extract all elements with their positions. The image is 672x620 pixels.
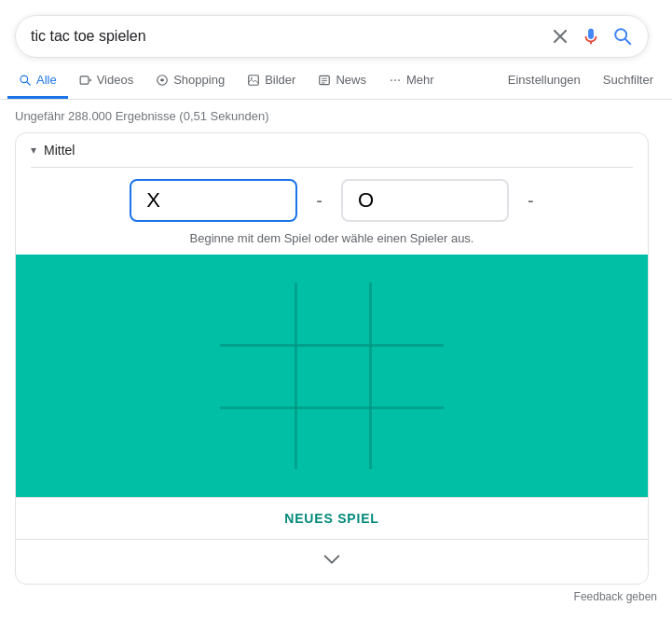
player-o-minus-button[interactable]: - bbox=[528, 191, 534, 210]
news-tab-icon bbox=[318, 74, 331, 87]
player-x-symbol: X bbox=[146, 188, 160, 213]
difficulty-label: Mittel bbox=[44, 143, 75, 158]
horizontal-line-1 bbox=[220, 344, 444, 347]
vertical-line-2 bbox=[369, 282, 372, 469]
feedback-row: Feedback geben bbox=[0, 585, 672, 609]
close-icon bbox=[551, 27, 569, 46]
search-button[interactable] bbox=[612, 26, 633, 47]
player-x-minus-button[interactable]: - bbox=[316, 191, 322, 210]
feedback-link[interactable]: Feedback geben bbox=[574, 590, 657, 603]
tab-shopping[interactable]: Shopping bbox=[144, 63, 236, 99]
more-tab-icon bbox=[389, 74, 402, 87]
images-tab-icon bbox=[247, 74, 260, 87]
tab-mehr[interactable]: Mehr bbox=[377, 63, 446, 99]
search-bar bbox=[15, 15, 649, 58]
svg-line-3 bbox=[625, 39, 631, 45]
game-board-container[interactable] bbox=[16, 255, 648, 497]
player-o-symbol: O bbox=[358, 188, 374, 213]
svg-marker-7 bbox=[89, 78, 91, 82]
nav-tabs: Alle Videos Shopping Bilder News bbox=[0, 58, 672, 100]
game-board[interactable] bbox=[220, 282, 444, 469]
search-area bbox=[0, 0, 672, 58]
player-x-button[interactable]: X bbox=[130, 179, 297, 222]
tab-einstellungen[interactable]: Einstellungen bbox=[497, 63, 592, 99]
svg-point-15 bbox=[391, 79, 392, 81]
search-icons bbox=[551, 26, 633, 47]
clear-button[interactable] bbox=[551, 27, 569, 46]
result-count: Ungefähr 288.000 Ergebnisse (0,51 Sekund… bbox=[0, 100, 672, 132]
video-tab-icon bbox=[79, 74, 92, 87]
tab-alle[interactable]: Alle bbox=[7, 63, 68, 99]
mic-button[interactable] bbox=[581, 26, 601, 47]
svg-point-17 bbox=[398, 79, 400, 81]
search-input[interactable] bbox=[31, 28, 551, 45]
svg-rect-6 bbox=[80, 76, 89, 83]
svg-point-16 bbox=[394, 79, 396, 81]
game-card: ▾ Mittel X - O - Beginne mit dem Spiel o… bbox=[15, 132, 649, 585]
tab-videos[interactable]: Videos bbox=[68, 63, 145, 99]
difficulty-row: ▾ Mittel bbox=[16, 133, 648, 167]
instruction-text: Beginne mit dem Spiel oder wähle einen S… bbox=[16, 227, 648, 255]
svg-point-10 bbox=[251, 77, 253, 79]
chevron-down-icon bbox=[322, 549, 342, 570]
player-selection: X - O - bbox=[16, 168, 648, 227]
player-o-button[interactable]: O bbox=[341, 179, 509, 222]
search-tab-icon bbox=[19, 74, 32, 87]
tab-news[interactable]: News bbox=[307, 63, 377, 99]
horizontal-line-2 bbox=[220, 406, 444, 409]
search-icon bbox=[612, 26, 633, 47]
svg-line-5 bbox=[27, 81, 31, 85]
new-game-button[interactable]: NEUES SPIEL bbox=[284, 511, 378, 526]
mic-icon bbox=[581, 26, 601, 47]
svg-rect-9 bbox=[249, 75, 259, 85]
shopping-tab-icon bbox=[156, 74, 169, 87]
tab-bilder[interactable]: Bilder bbox=[236, 63, 307, 99]
new-game-row: NEUES SPIEL bbox=[16, 497, 648, 539]
chevron-down-button[interactable] bbox=[322, 549, 342, 574]
vertical-line-1 bbox=[295, 282, 297, 469]
chevron-row bbox=[16, 539, 648, 584]
tab-suchfilter[interactable]: Suchfilter bbox=[592, 63, 665, 99]
difficulty-arrow-icon: ▾ bbox=[31, 144, 36, 157]
